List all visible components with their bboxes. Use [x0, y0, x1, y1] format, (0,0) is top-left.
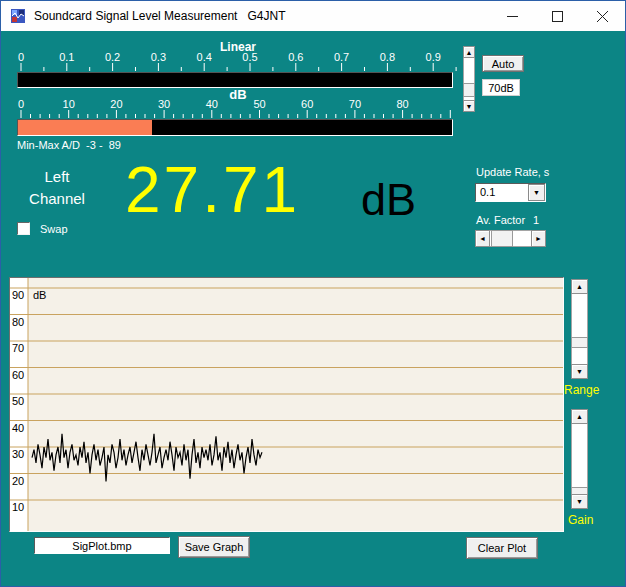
svg-text:80: 80 — [12, 316, 24, 328]
close-icon — [597, 11, 608, 22]
db-meter-bar — [17, 119, 453, 136]
combobox-dropdown-button[interactable]: ▼ — [528, 184, 545, 201]
svg-text:0.9: 0.9 — [426, 52, 441, 63]
svg-text:0.3: 0.3 — [151, 52, 166, 63]
down-arrow-icon: ▼ — [576, 498, 583, 505]
swap-checkbox[interactable] — [17, 222, 30, 235]
filename-input[interactable] — [34, 537, 170, 554]
svg-text:50: 50 — [12, 395, 24, 407]
svg-text:60: 60 — [301, 99, 313, 110]
svg-text:0.2: 0.2 — [105, 52, 120, 63]
maximize-icon — [552, 11, 563, 22]
right-arrow-icon: ► — [535, 235, 542, 242]
av-factor-right-button[interactable]: ► — [531, 230, 546, 247]
svg-text:90: 90 — [12, 289, 24, 301]
av-factor-thumb[interactable] — [491, 230, 513, 247]
left-arrow-icon: ◄ — [479, 235, 486, 242]
signal-plot-panel: 908070605040302010dB — [9, 277, 564, 532]
close-button[interactable] — [580, 1, 625, 31]
titlebar: Soundcard Signal Level Measurement G4JNT — [1, 1, 625, 31]
svg-text:20: 20 — [110, 99, 122, 110]
gain-label: Gain — [568, 513, 593, 527]
linear-meter-bar — [17, 72, 453, 88]
minimize-icon — [507, 11, 518, 22]
update-rate-label: Update Rate, s — [476, 166, 549, 178]
gain-up-button[interactable]: ▲ — [571, 409, 588, 424]
meter-scale-scrollbar[interactable]: ▲ ▼ — [463, 46, 475, 112]
svg-text:dB: dB — [33, 289, 46, 301]
svg-text:0.4: 0.4 — [197, 52, 212, 63]
up-arrow-icon: ▲ — [576, 413, 583, 420]
minimize-button[interactable] — [490, 1, 535, 31]
meter-scale-down-button[interactable]: ▼ — [463, 100, 475, 112]
save-graph-button[interactable]: Save Graph — [178, 536, 250, 558]
svg-text:0.5: 0.5 — [242, 52, 257, 63]
svg-text:60: 60 — [12, 369, 24, 381]
db-meter-fill — [18, 120, 152, 135]
range-label: Range — [564, 383, 599, 397]
update-rate-combobox[interactable]: 0.1 ▼ — [475, 183, 546, 202]
auto-button[interactable]: Auto — [482, 55, 524, 72]
chevron-down-icon: ▼ — [533, 189, 540, 196]
svg-text:20: 20 — [12, 475, 24, 487]
channel-name: Left Channel — [7, 166, 107, 210]
svg-text:0: 0 — [18, 52, 24, 63]
svg-text:0: 0 — [18, 99, 24, 110]
svg-text:80: 80 — [396, 99, 408, 110]
svg-text:30: 30 — [158, 99, 170, 110]
down-arrow-icon: ▼ — [576, 368, 583, 375]
db-scale-ticks: 01020304050607080 — [15, 99, 465, 119]
app-icon — [10, 8, 26, 24]
svg-text:50: 50 — [253, 99, 265, 110]
av-factor-scrollbar[interactable]: ◄ ► — [475, 230, 546, 247]
svg-text:10: 10 — [12, 501, 24, 513]
svg-text:30: 30 — [12, 448, 24, 460]
range-scrollbar[interactable]: ▲ ▼ — [571, 279, 588, 379]
app-window: Soundcard Signal Level Measurement G4JNT… — [0, 0, 626, 587]
range-up-button[interactable]: ▲ — [571, 279, 588, 294]
clear-plot-button[interactable]: Clear Plot — [466, 537, 538, 559]
gain-scrollbar[interactable]: ▲ ▼ — [571, 409, 588, 509]
minmax-ad-label: Min-Max A/D -3 - 89 — [17, 139, 121, 151]
svg-text:0.1: 0.1 — [59, 52, 74, 63]
client-area: Linear 00.10.20.30.40.50.60.70.80.9 dB 0… — [1, 31, 625, 586]
svg-text:10: 10 — [63, 99, 75, 110]
channel-name-line2: Channel — [7, 188, 107, 210]
linear-scale-ticks: 00.10.20.30.40.50.60.70.80.9 — [15, 52, 465, 72]
av-factor-label: Av. Factor — [476, 214, 525, 226]
update-rate-value: 0.1 — [480, 186, 495, 198]
svg-text:70: 70 — [349, 99, 361, 110]
swap-checkbox-label[interactable]: Swap — [40, 223, 68, 235]
scale-70db-button[interactable]: 70dB — [482, 79, 520, 96]
meter-scale-thumb[interactable] — [463, 83, 475, 97]
level-readout-value: 27.71 — [125, 155, 300, 225]
down-arrow-icon: ▼ — [466, 103, 473, 110]
svg-text:0.6: 0.6 — [288, 52, 303, 63]
range-thumb[interactable] — [571, 337, 588, 348]
up-arrow-icon: ▲ — [576, 283, 583, 290]
svg-text:40: 40 — [12, 422, 24, 434]
level-readout-unit: dB — [361, 175, 416, 225]
gain-down-button[interactable]: ▼ — [571, 494, 588, 509]
svg-text:70: 70 — [12, 342, 24, 354]
signal-plot: 908070605040302010dB — [10, 278, 563, 531]
meter-scale-up-button[interactable]: ▲ — [463, 46, 475, 58]
channel-name-line1: Left — [7, 166, 107, 188]
svg-text:40: 40 — [206, 99, 218, 110]
av-factor-left-button[interactable]: ◄ — [475, 230, 490, 247]
window-title: Soundcard Signal Level Measurement G4JNT — [34, 1, 285, 31]
av-factor-value: 1 — [533, 214, 539, 226]
up-arrow-icon: ▲ — [466, 49, 473, 56]
svg-text:0.7: 0.7 — [334, 52, 349, 63]
maximize-button[interactable] — [535, 1, 580, 31]
range-down-button[interactable]: ▼ — [571, 364, 588, 379]
svg-text:0.8: 0.8 — [380, 52, 395, 63]
